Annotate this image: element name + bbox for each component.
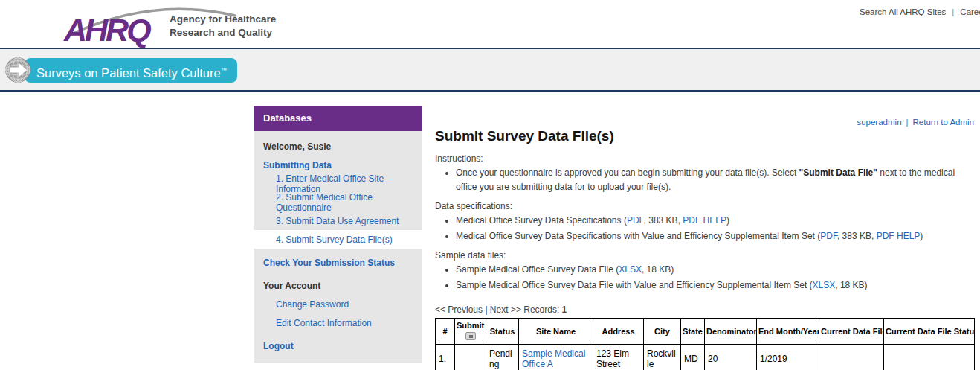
col-header-current-data-file-status: Current Data File Status [884, 318, 975, 344]
next-link[interactable]: Next >> [490, 304, 521, 315]
table-row: 1. Pending Sample Medical Office A 123 E… [436, 344, 975, 370]
sidebar-item-submitting-data[interactable]: Submitting Data [254, 156, 422, 174]
search-all-ahrq-sites-link[interactable]: Search All AHRQ Sites [860, 7, 946, 16]
col-header-denominator: Denominator [705, 318, 757, 344]
sidebar-body: Welcome, Susie Submitting Data 1. Enter … [254, 131, 422, 363]
previous-link[interactable]: << Previous [435, 304, 483, 315]
sidebar-item-change-password[interactable]: Change Password [254, 295, 422, 313]
sidebar-item-submit-data-use-agreement[interactable]: 3. Submit Data Use Agreement [254, 211, 422, 230]
col-header-site-name: Site Name [519, 318, 593, 344]
sample-files-label: Sample data files: [435, 250, 974, 261]
pdf-help-link[interactable]: PDF HELP [683, 215, 726, 226]
top-nav: Search All AHRQ Sites|Careers|Contact Us [860, 7, 980, 16]
data-specifications-list: Medical Office Survey Data Specification… [456, 214, 974, 243]
col-header-address: Address [593, 318, 644, 344]
cell-denominator: 20 [705, 344, 757, 370]
site-header: AHRQ Agency for Healthcare Research and … [0, 0, 980, 49]
agency-name-line2: Research and Quality [170, 26, 276, 39]
superadmin-link[interactable]: superadmin [857, 118, 901, 127]
col-header-current-data-file: Current Data File [819, 318, 884, 344]
return-to-admin-link[interactable]: Return to Admin [913, 118, 974, 127]
submit-mini-button-icon[interactable] [465, 332, 476, 340]
sidebar-item-check-submission-status[interactable]: Check Your Submission Status [254, 253, 422, 272]
page-title: Submit Survey Data File(s) [435, 128, 974, 144]
agency-name: Agency for Healthcare Research and Quali… [170, 13, 276, 39]
instructions-list: Once your questionnaire is approved you … [456, 166, 974, 194]
sidebar-item-submit-survey-data-files[interactable]: 4. Submit Survey Data File(s) [254, 230, 422, 249]
survey-data-table: # Submit Status Site Name Address City S… [435, 318, 975, 370]
sidebar-header: Databases [254, 106, 422, 131]
cell-state: MD [681, 344, 705, 370]
sidebar-item-submit-questionnaire[interactable]: 2. Submit Medical Office Questionnaire [254, 193, 422, 211]
sidebar: Databases Welcome, Susie Submitting Data… [254, 106, 422, 363]
cell-submit [455, 344, 486, 370]
sample-files-list: Sample Medical Office Survey Data File (… [456, 263, 974, 292]
sops-banner[interactable]: Surveys on Patient Safety Culture™ [25, 58, 237, 83]
agency-name-line1: Agency for Healthcare [170, 13, 276, 26]
cell-city: Rockville [644, 344, 681, 370]
site-name-link[interactable]: Sample Medical Office A [522, 348, 585, 369]
records-count: 1 [562, 304, 567, 315]
sample-file-bullet: Sample Medical Office Survey Data File (… [456, 263, 974, 277]
cell-end-month-year: 1/2019 [757, 344, 819, 370]
sample-file-bullet: Sample Medical Office Survey Data File w… [456, 278, 974, 293]
admin-separator: | [902, 118, 913, 127]
pdf-help-link[interactable]: PDF HELP [877, 231, 921, 241]
careers-link[interactable]: Careers [960, 7, 980, 16]
admin-bar: superadmin|Return to Admin [435, 118, 974, 127]
cell-status: Pending [486, 344, 519, 370]
cell-site-name: Sample Medical Office A [519, 344, 593, 370]
cell-address: 123 Elm Street [593, 344, 644, 370]
col-header-number: # [436, 318, 455, 344]
col-header-submit: Submit [455, 318, 486, 344]
xlsx-link[interactable]: XLSX [813, 280, 836, 290]
pdf-link[interactable]: PDF [627, 215, 644, 226]
content-area: Databases Welcome, Susie Submitting Data… [0, 92, 980, 370]
trademark-symbol: ™ [221, 67, 227, 74]
instructions-label: Instructions: [435, 153, 974, 164]
welcome-text: Welcome, Susie [254, 137, 422, 156]
cell-current-data-file [819, 344, 884, 370]
sidebar-item-edit-contact-information[interactable]: Edit Contact Information [254, 313, 422, 332]
ahrq-logo-text: AHRQ [63, 12, 151, 48]
cell-current-data-file-status [884, 344, 975, 370]
page: { "header": { "logo_text": "AHRQ", "agen… [0, 0, 980, 370]
globe-arrow-icon [3, 55, 33, 86]
col-header-end-month-year: End Month/Year [757, 318, 819, 344]
instructions-bullet: Once your questionnaire is approved you … [456, 166, 974, 194]
data-specifications-label: Data specifications: [435, 201, 974, 211]
sops-banner-title: Surveys on Patient Safety Culture [36, 66, 221, 80]
col-header-state: State [681, 318, 705, 344]
table-header-row: # Submit Status Site Name Address City S… [436, 318, 975, 344]
nav-separator: | [946, 7, 960, 16]
sidebar-section-your-account: Your Account [254, 276, 422, 295]
pdf-link[interactable]: PDF [820, 231, 837, 241]
data-spec-bullet: Medical Office Survey Data Specification… [456, 229, 974, 243]
pagination-top: << Previous | Next >> Records: 1 [435, 304, 974, 315]
banner-band: Surveys on Patient Safety Culture™ [0, 49, 980, 92]
pagination-separator: | [485, 304, 487, 315]
cell-number: 1. [436, 344, 455, 370]
xlsx-link[interactable]: XLSX [619, 264, 642, 275]
mini-button-glyph [469, 335, 473, 338]
sidebar-item-logout[interactable]: Logout [254, 336, 422, 355]
sidebar-item-enter-site-information[interactable]: 1. Enter Medical Office Site Information [254, 174, 422, 193]
col-header-status: Status [486, 318, 519, 344]
main-content: superadmin|Return to Admin Submit Survey… [435, 106, 974, 370]
submit-data-file-emphasis: "Submit Data File" [799, 168, 877, 178]
data-spec-bullet: Medical Office Survey Data Specification… [456, 214, 974, 228]
records-label: Records: [523, 304, 559, 315]
col-header-city: City [644, 318, 681, 344]
